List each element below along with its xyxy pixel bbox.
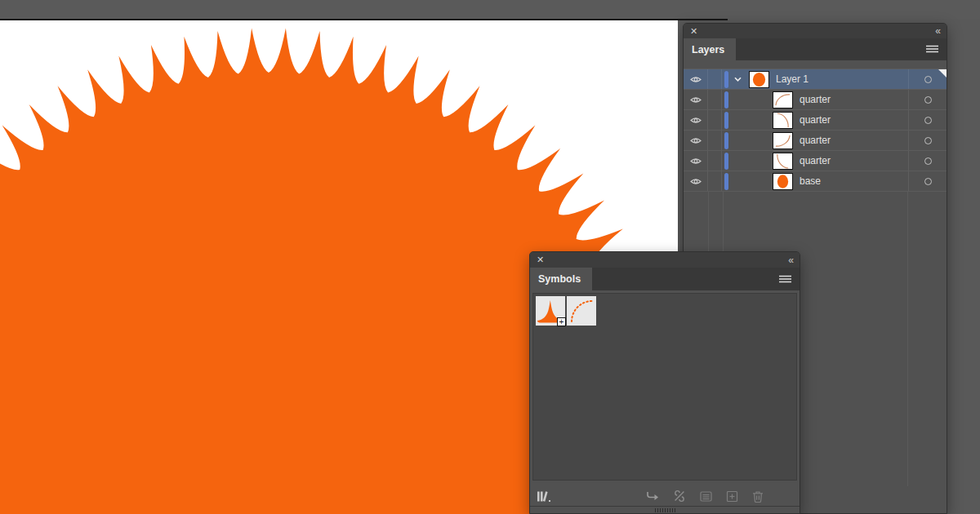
layer-row-base[interactable]: base (684, 171, 947, 192)
lock-toggle[interactable] (708, 171, 722, 191)
lock-toggle[interactable] (708, 110, 722, 130)
symbols-tabstrip: Symbols (530, 268, 800, 290)
symbol-dashed-quarter-arc[interactable] (567, 296, 596, 326)
column-divider (907, 192, 908, 486)
target-circle-icon (924, 117, 932, 124)
eye-icon (690, 76, 702, 83)
plus-badge-icon: + (557, 317, 566, 326)
layer-color-bar (722, 131, 730, 150)
visibility-toggle[interactable] (684, 131, 708, 150)
target-cell[interactable] (908, 171, 947, 191)
visibility-toggle[interactable] (684, 110, 708, 130)
target-circle-icon (924, 96, 932, 104)
target-circle-icon (924, 137, 932, 144)
layer-row-layer1[interactable]: Layer 1 (684, 69, 947, 90)
eye-icon (690, 96, 702, 104)
symbol-libraries-menu-button[interactable] (537, 490, 551, 503)
panel-menu-icon[interactable] (926, 45, 938, 53)
lock-toggle[interactable] (708, 131, 722, 150)
panel-menu-icon[interactable] (779, 275, 791, 283)
symbols-panel-titlebar[interactable]: ✕ « (530, 252, 800, 268)
lock-toggle[interactable] (708, 90, 722, 109)
visibility-toggle[interactable] (684, 151, 708, 171)
layer-name[interactable]: quarter (800, 94, 831, 105)
collapse-to-icons-icon[interactable]: « (935, 26, 940, 36)
lock-toggle[interactable] (708, 151, 722, 171)
layers-tabstrip: Layers (684, 38, 947, 60)
layer-name[interactable]: quarter (800, 135, 831, 146)
symbol-options-button[interactable] (700, 491, 712, 502)
symbols-grid: + (532, 293, 797, 481)
layer-name[interactable]: base (800, 175, 821, 187)
tab-layers[interactable]: Layers (684, 38, 736, 60)
layer-name[interactable]: quarter (800, 155, 831, 166)
layer-row-quarter-2[interactable]: quarter (684, 110, 947, 131)
delete-symbol-button[interactable] (752, 490, 764, 503)
layers-panel-titlebar[interactable]: ✕ « (684, 24, 947, 38)
target-cell[interactable] (908, 131, 947, 150)
symbols-panel: ✕ « Symbols + (529, 251, 800, 514)
symbol-spike-flame[interactable]: + (536, 296, 565, 326)
dashed-arc-glyph (567, 296, 596, 326)
panel-resize-grip[interactable] (530, 506, 800, 513)
layer-color-bar (722, 90, 730, 109)
tab-symbols[interactable]: Symbols (530, 268, 592, 290)
layer-color-bar (722, 69, 730, 89)
eye-icon (690, 178, 702, 185)
eye-icon (690, 157, 702, 165)
layer-row-quarter-4[interactable]: quarter (684, 151, 947, 171)
visibility-toggle[interactable] (684, 171, 708, 191)
chevron-down-icon[interactable] (734, 77, 742, 82)
layer-name[interactable]: Layer 1 (776, 73, 808, 85)
place-symbol-instance-button[interactable] (646, 491, 659, 501)
object-thumbnail[interactable] (773, 91, 793, 109)
eye-icon (690, 137, 702, 144)
object-thumbnail[interactable] (773, 132, 793, 149)
target-cell[interactable] (908, 151, 947, 171)
illustrator-workspace: ✕ « Layers (0, 0, 980, 514)
object-thumbnail[interactable] (773, 173, 793, 190)
layer-color-bar (722, 151, 730, 171)
lock-toggle[interactable] (708, 69, 722, 89)
target-circle-icon (924, 157, 932, 165)
layer-row-quarter-3[interactable]: quarter (684, 131, 947, 151)
layers-list: Layer 1 quarter (684, 69, 947, 192)
layer-color-bar (722, 171, 730, 191)
break-link-to-symbol-button[interactable] (673, 490, 686, 503)
layer-color-bar (722, 110, 730, 130)
collapse-to-icons-icon[interactable]: « (788, 255, 793, 265)
selection-corner-indicator (938, 69, 947, 78)
layer-name[interactable]: quarter (800, 114, 831, 126)
eye-icon (690, 117, 702, 124)
layer-row-quarter-1[interactable]: quarter (684, 90, 947, 110)
target-circle-icon (924, 76, 932, 83)
target-cell[interactable] (908, 110, 947, 130)
close-icon[interactable]: ✕ (537, 255, 544, 264)
target-circle-icon (924, 178, 932, 185)
visibility-toggle[interactable] (684, 69, 708, 89)
close-icon[interactable]: ✕ (690, 27, 697, 36)
app-top-chrome (0, 0, 980, 19)
visibility-toggle[interactable] (684, 90, 708, 109)
object-thumbnail[interactable] (773, 153, 793, 170)
target-cell[interactable] (908, 90, 947, 109)
new-symbol-button[interactable] (726, 490, 738, 503)
object-thumbnail[interactable] (773, 112, 793, 129)
layer-thumbnail[interactable] (749, 71, 769, 88)
